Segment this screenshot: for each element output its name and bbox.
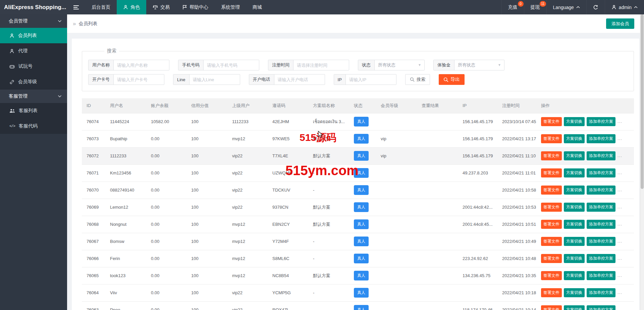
line-input[interactable]	[190, 74, 240, 85]
status-badge[interactable]: 真人	[354, 305, 369, 310]
nav-role[interactable]: 角色	[117, 0, 146, 14]
action-button[interactable]: 添加单控方案	[587, 271, 615, 280]
more-actions-button[interactable]: ...	[618, 307, 622, 310]
more-actions-button[interactable]: ...	[618, 290, 622, 295]
more-actions-button[interactable]: ...	[618, 187, 622, 192]
search-row-1: 用户名称 手机号码 注册时间 状态 所有状态 ▼	[88, 60, 628, 70]
action-button[interactable]: 方案切换	[564, 305, 585, 310]
status-badge[interactable]: 真人	[354, 117, 369, 126]
nav-withdraw[interactable]: 提现 11	[524, 0, 546, 14]
action-button[interactable]: 方案切换	[564, 168, 585, 177]
action-button[interactable]: 添加单控方案	[587, 237, 615, 246]
phone-input[interactable]	[204, 60, 259, 70]
status-badge[interactable]: 真人	[354, 202, 369, 212]
action-button[interactable]: 方案切换	[564, 254, 585, 263]
action-button[interactable]: 添加单控方案	[587, 220, 615, 229]
search-button[interactable]: 搜索	[405, 74, 430, 85]
action-button[interactable]: 签署文件	[541, 254, 562, 263]
action-button[interactable]: 方案切换	[564, 203, 585, 212]
admin-user-menu[interactable]: admin	[605, 0, 644, 14]
action-button[interactable]: 方案切换	[564, 271, 585, 280]
status-badge[interactable]: 真人	[354, 151, 369, 161]
action-button[interactable]: 添加单控方案	[587, 203, 615, 212]
sidebar-group-member-management[interactable]: 会员管理	[0, 14, 67, 28]
action-button[interactable]: 签署文件	[541, 305, 562, 310]
refresh-icon	[593, 5, 598, 10]
status-badge[interactable]: 真人	[354, 288, 369, 298]
action-button[interactable]: 方案切换	[564, 117, 585, 126]
cell-dup	[417, 182, 458, 199]
action-button[interactable]: 签署文件	[541, 168, 562, 177]
action-button[interactable]: 签署文件	[541, 220, 562, 229]
status-badge[interactable]: 真人	[354, 168, 369, 178]
action-button[interactable]: 签署文件	[541, 186, 562, 195]
magnifier-icon	[443, 77, 448, 82]
action-button[interactable]: 方案切换	[564, 288, 585, 297]
sidebar-item-trial-account[interactable]: 试玩号	[0, 59, 67, 74]
nav-help-center[interactable]: 帮助中心	[176, 0, 215, 14]
export-button[interactable]: 导出	[439, 74, 465, 85]
action-button[interactable]: 添加单控方案	[587, 117, 615, 126]
action-button[interactable]: 添加单控方案	[587, 151, 615, 160]
action-button[interactable]: 方案切换	[564, 186, 585, 195]
sidebar-item-service-code[interactable]: </> 客服代码	[0, 118, 67, 134]
action-button[interactable]: 签署文件	[541, 237, 562, 246]
column-header-ops: 操作	[536, 98, 634, 113]
action-button[interactable]: 添加单控方案	[587, 134, 615, 143]
nav-dashboard[interactable]: 后台首页	[85, 0, 117, 14]
cell-balance: 0.00	[146, 216, 186, 233]
action-button[interactable]: 签署文件	[541, 288, 562, 297]
action-button[interactable]: 添加单控方案	[587, 254, 615, 263]
more-actions-button[interactable]: ...	[618, 221, 622, 226]
refresh-button[interactable]	[586, 0, 605, 14]
more-actions-button[interactable]: ...	[618, 239, 622, 244]
sidebar-item-service-list[interactable]: 客服列表	[0, 103, 67, 118]
action-button[interactable]: 签署文件	[541, 134, 562, 143]
status-badge[interactable]: 真人	[354, 237, 369, 246]
status-badge[interactable]: 真人	[354, 185, 369, 195]
more-actions-button[interactable]: ...	[618, 119, 622, 124]
more-actions-button[interactable]: ...	[618, 136, 622, 141]
action-button[interactable]: 签署文件	[541, 151, 562, 160]
action-button[interactable]: 签署文件	[541, 203, 562, 212]
status-badge[interactable]: 真人	[354, 271, 369, 280]
action-button[interactable]: 添加单控方案	[587, 305, 615, 310]
nav-recharge[interactable]: 充值 0	[501, 0, 524, 14]
action-button[interactable]: 方案切换	[564, 237, 585, 246]
bank-card-input[interactable]	[114, 74, 164, 85]
nav-trade[interactable]: 交易	[146, 0, 176, 14]
sidebar-item-member-level[interactable]: 会员等级	[0, 74, 67, 90]
action-button[interactable]: 方案切换	[564, 151, 585, 160]
sidebar-group-service-management[interactable]: 客服管理	[0, 90, 67, 103]
username-input[interactable]	[114, 60, 169, 70]
status-badge[interactable]: 真人	[354, 134, 369, 144]
sidebar-item-member-list[interactable]: 会员列表	[0, 28, 67, 43]
action-button[interactable]: 方案切换	[564, 220, 585, 229]
sidebar-toggle-button[interactable]	[67, 0, 85, 14]
more-actions-button[interactable]: ...	[618, 204, 622, 209]
more-actions-button[interactable]: ...	[618, 153, 622, 158]
reg-time-input[interactable]	[293, 60, 349, 70]
action-button[interactable]: 签署文件	[541, 271, 562, 280]
add-member-button[interactable]: 添加会员	[606, 18, 634, 29]
nav-mall[interactable]: 商城	[246, 0, 268, 14]
status-select[interactable]: 所有状态 ▼	[375, 60, 424, 70]
action-button[interactable]: 签署文件	[541, 117, 562, 126]
language-menu[interactable]: Language	[546, 0, 586, 14]
sidebar-item-agent[interactable]: 代理	[0, 43, 67, 59]
action-button[interactable]: 方案切换	[564, 134, 585, 143]
action-button[interactable]: 添加单控方案	[587, 288, 615, 297]
status-badge[interactable]: 真人	[354, 254, 369, 263]
action-button[interactable]: 添加单控方案	[587, 168, 615, 177]
ip-input[interactable]	[346, 74, 396, 85]
column-header-parent: 上级用户	[227, 98, 268, 113]
scrollbar-thumb[interactable]	[641, 14, 644, 189]
action-button[interactable]: 添加单控方案	[587, 186, 615, 195]
more-actions-button[interactable]: ...	[618, 273, 622, 278]
more-actions-button[interactable]: ...	[618, 256, 622, 261]
status-badge[interactable]: 真人	[354, 219, 369, 229]
trial-select[interactable]: 所有状态 ▼	[454, 60, 504, 70]
more-actions-button[interactable]: ...	[618, 170, 622, 175]
bank-phone-input[interactable]	[274, 74, 325, 85]
nav-system-admin[interactable]: 系统管理	[215, 0, 246, 14]
